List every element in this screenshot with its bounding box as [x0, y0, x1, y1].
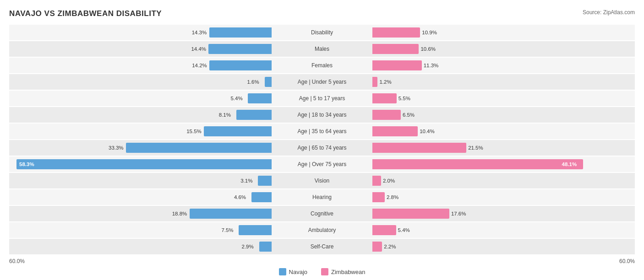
zimbabwean-bar	[372, 60, 422, 70]
zimbabwean-value: 10.9%	[422, 30, 437, 35]
legend: Navajo Zimbabwean	[9, 268, 635, 275]
navajo-value: 14.2%	[192, 63, 207, 68]
chart-source: Source: ZipAtlas.com	[583, 9, 635, 16]
zimbabwean-value: 10.6%	[420, 46, 436, 52]
chart-row: Age | 18 to 34 years8.1%6.5%	[9, 107, 635, 123]
legend-zimbabwean-box	[321, 268, 328, 275]
row-label: Self-Care	[272, 239, 372, 254]
navajo-value: 33.3%	[109, 145, 124, 151]
zimbabwean-value: 2.0%	[383, 178, 395, 183]
navajo-bar	[204, 126, 272, 136]
row-label: Age | Under 5 years	[272, 74, 372, 90]
chart-container: NAVAJO VS ZIMBABWEAN DISABILITY Source: …	[0, 0, 644, 280]
zimbabwean-bar	[372, 27, 420, 38]
zimbabwean-value: 6.5%	[403, 112, 415, 118]
navajo-bar	[265, 77, 272, 87]
navajo-value: 2.9%	[241, 244, 253, 249]
zimbabwean-value: 2.8%	[387, 194, 398, 200]
legend-navajo: Navajo	[279, 268, 307, 275]
chart-row: Vision3.1%2.0%	[9, 173, 635, 188]
navajo-value: 1.6%	[247, 79, 259, 85]
chart-row: Males14.4%10.6%	[9, 41, 635, 57]
navajo-bar	[251, 192, 272, 202]
zimbabwean-bar	[372, 225, 396, 235]
row-label: Age | 5 to 17 years	[272, 91, 372, 106]
legend-navajo-label: Navajo	[289, 269, 307, 275]
row-label: Age | 65 to 74 years	[272, 140, 372, 156]
navajo-bar	[126, 143, 272, 153]
navajo-value: 5.4%	[230, 96, 242, 101]
row-label: Ambulatory	[272, 222, 372, 238]
navajo-bar	[209, 27, 272, 38]
navajo-value: 8.1%	[219, 112, 231, 118]
row-label: Disability	[272, 25, 372, 40]
zimbabwean-bar	[372, 77, 377, 87]
zimbabwean-bar	[372, 209, 449, 219]
zimbabwean-bar	[372, 192, 385, 202]
row-label: Age | 35 to 64 years	[272, 124, 372, 139]
zimbabwean-bar	[372, 93, 397, 103]
navajo-bar	[209, 60, 272, 70]
row-label: Hearing	[272, 189, 372, 205]
navajo-bar	[258, 176, 272, 186]
row-label: Age | Over 75 years	[272, 156, 372, 172]
row-label: Vision	[272, 173, 372, 188]
chart-row: Females14.2%11.3%	[9, 58, 635, 73]
legend-zimbabwean-label: Zimbabwean	[331, 269, 365, 275]
zimbabwean-value: 2.2%	[384, 244, 396, 249]
legend-zimbabwean: Zimbabwean	[321, 268, 365, 275]
zimbabwean-value: 21.5%	[468, 145, 483, 151]
navajo-value: 14.4%	[191, 46, 206, 52]
legend-navajo-box	[279, 268, 286, 275]
zimbabwean-value: 17.6%	[451, 211, 466, 216]
zimbabwean-bar	[372, 126, 418, 136]
zimbabwean-bar	[372, 110, 401, 120]
zimbabwean-value: 5.4%	[398, 227, 410, 233]
navajo-bar	[208, 44, 272, 54]
chart-row: Age | 35 to 64 years15.5%10.4%	[9, 124, 635, 139]
chart-row: Disability14.3%10.9%	[9, 25, 635, 40]
chart-row: Age | 65 to 74 years33.3%21.5%	[9, 140, 635, 156]
axis-left-label: 60.0%	[9, 258, 25, 264]
zimbabwean-value: 11.3%	[424, 63, 439, 68]
chart-row: Cognitive18.8%17.6%	[9, 206, 635, 221]
axis-right-label: 60.0%	[619, 258, 635, 264]
navajo-bar	[259, 242, 272, 252]
navajo-bar	[190, 209, 272, 219]
navajo-value: 7.5%	[221, 227, 233, 233]
chart-row: Age | Over 75 years58.3%48.1%	[9, 156, 635, 172]
chart-row: Age | 5 to 17 years5.4%5.5%	[9, 91, 635, 106]
zimbabwean-value: 48.1%	[562, 162, 577, 167]
zimbabwean-bar	[372, 143, 466, 153]
navajo-bar	[248, 93, 272, 103]
zimbabwean-bar	[372, 242, 382, 252]
zimbabwean-bar	[372, 176, 381, 186]
chart-row: Self-Care2.9%2.2%	[9, 239, 635, 254]
row-label: Age | 18 to 34 years	[272, 107, 372, 123]
navajo-value: 15.5%	[186, 129, 202, 134]
navajo-bar	[236, 110, 272, 120]
chart-row: Ambulatory7.5%5.4%	[9, 222, 635, 238]
navajo-value: 58.3%	[19, 162, 34, 167]
navajo-value: 18.8%	[172, 211, 187, 216]
chart-row: Hearing4.6%2.8%	[9, 189, 635, 205]
chart-title: NAVAJO VS ZIMBABWEAN DISABILITY	[9, 9, 162, 18]
chart-row: Age | Under 5 years1.6%1.2%	[9, 74, 635, 90]
zimbabwean-value: 5.5%	[398, 96, 410, 101]
chart-body: Disability14.3%10.9%Males14.4%10.6%Femal…	[9, 25, 635, 254]
row-label: Males	[272, 41, 372, 57]
zimbabwean-value: 10.4%	[420, 129, 435, 134]
zimbabwean-bar	[372, 44, 419, 54]
navajo-bar	[16, 159, 272, 169]
navajo-value: 14.3%	[192, 30, 207, 35]
row-label: Females	[272, 58, 372, 73]
navajo-value: 4.6%	[234, 194, 246, 200]
chart-header: NAVAJO VS ZIMBABWEAN DISABILITY Source: …	[9, 9, 635, 18]
navajo-bar	[239, 225, 272, 235]
row-label: Cognitive	[272, 206, 372, 221]
zimbabwean-bar	[372, 159, 583, 169]
axis-labels: 60.0% 60.0%	[9, 258, 635, 264]
zimbabwean-value: 1.2%	[379, 79, 391, 85]
navajo-value: 3.1%	[240, 178, 252, 183]
